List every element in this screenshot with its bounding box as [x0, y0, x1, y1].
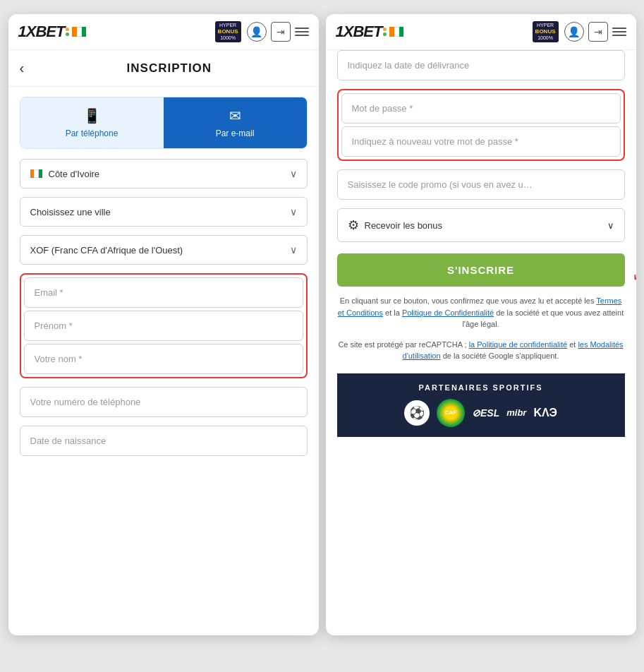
tab-email-label: Par e-mail — [216, 128, 255, 138]
recaptcha-privacy-link[interactable]: la Politique de confidentialité — [469, 340, 567, 349]
page-title: INSCRIPTION — [31, 61, 307, 76]
tab-phone[interactable]: 📱 Par téléphone — [20, 97, 164, 148]
currency-dropdown[interactable]: XOF (Franc CFA d'Afrique de l'Ouest) ∨ — [20, 235, 308, 265]
logo-left: 1XBET — [18, 23, 87, 41]
privacy-link[interactable]: Politique de Confidentialité — [402, 308, 494, 317]
partner-ball-icon: ⚽ — [404, 400, 430, 426]
hyper-bonus-badge-left: HYPERBONUS1000% — [215, 21, 241, 42]
bonus-label: Recevoir les bonus — [365, 220, 443, 231]
city-dropdown[interactable]: Choisissez une ville ∨ — [20, 197, 308, 227]
left-panel: 1XBET HYPERBONUS1000% 👤 ⇥ — [8, 14, 319, 635]
phone-field[interactable] — [20, 387, 308, 417]
hyper-bonus-badge-right: HYPERBONUS1000% — [533, 21, 559, 42]
mibr-logo: mibr — [506, 407, 526, 418]
password-field[interactable] — [341, 93, 621, 124]
back-button[interactable]: ‹ — [20, 60, 25, 76]
kb-logo: KΛЭ — [533, 407, 557, 419]
promo-placeholder: Saisissez le code promo (si vous en avez… — [348, 179, 533, 190]
logo-dots-right — [383, 28, 387, 36]
esl-logo: ⊘ESL — [472, 407, 499, 419]
prenom-field[interactable] — [24, 311, 303, 341]
bonus-chevron: ∨ — [607, 220, 614, 231]
date-delivrance-field[interactable]: Indiquez la date de délivrance — [337, 50, 625, 80]
promo-field[interactable]: Saisissez le code promo (si vous en avez… — [337, 169, 625, 200]
tab-phone-label: Par téléphone — [66, 128, 119, 138]
right-form-body: Indiquez la date de délivrance Saisissez… — [326, 50, 636, 448]
right-header: 1XBET HYPERBONUS1000% 👤 ⇥ — [326, 14, 636, 50]
recaptcha-text: Ce site est protégé par reCAPTCHA ; la P… — [337, 339, 625, 362]
legal-and: et la — [385, 308, 400, 317]
partners-title: PARTENAIRES SPORTIFS — [347, 383, 615, 392]
login-icon-right[interactable]: ⇥ — [588, 22, 608, 42]
dot-green-right — [383, 32, 387, 36]
recaptcha-suffix: de la société Google s'appliquent. — [443, 352, 559, 360]
partners-logos: ⚽ CAF ⊘ESL mibr KΛЭ — [347, 399, 615, 427]
logo-text: 1XBET — [18, 23, 65, 41]
country-label: Côte d'Ivoire — [49, 169, 100, 179]
user-icon-left[interactable]: 👤 — [247, 22, 267, 42]
login-icon-left[interactable]: ⇥ — [271, 22, 291, 42]
dot-orange-right — [383, 28, 387, 31]
menu-icon-left[interactable] — [295, 28, 309, 36]
arrow-indicator: ↙ — [632, 265, 636, 284]
nom-field[interactable] — [24, 344, 303, 374]
user-icon-right[interactable]: 👤 — [564, 22, 584, 42]
legal-text-part1: En cliquant sur ce bouton, vous confirme… — [340, 296, 595, 305]
password-group — [337, 89, 625, 161]
flag-ivory-coast — [72, 27, 86, 37]
date-delivrance-placeholder: Indiquez la date de délivrance — [348, 60, 470, 71]
register-btn-container: S'INSCRIRE ↙ — [337, 253, 625, 295]
phone-tab-icon: 📱 — [83, 107, 101, 124]
email-field[interactable] — [24, 277, 303, 308]
menu-icon-right[interactable] — [612, 28, 626, 36]
confirm-password-field[interactable] — [341, 126, 621, 157]
currency-chevron: ∨ — [290, 244, 297, 256]
city-chevron: ∨ — [290, 206, 297, 217]
dob-field[interactable] — [20, 426, 308, 456]
logo-text-right: 1XBET — [336, 23, 382, 41]
recaptcha-intro: Ce site est protégé par reCAPTCHA ; — [338, 340, 466, 349]
tab-email[interactable]: ✉ Par e-mail — [164, 97, 307, 148]
header-icons-right: 👤 ⇥ — [564, 22, 626, 42]
recaptcha-and: et — [569, 340, 576, 349]
registration-tabs: 📱 Par téléphone ✉ Par e-mail — [20, 97, 308, 149]
registration-header: ‹ INSCRIPTION — [8, 50, 319, 87]
logo-right: 1XBET — [336, 23, 404, 41]
legal-text: En cliquant sur ce bouton, vous confirme… — [337, 295, 625, 330]
country-flag — [30, 169, 43, 178]
country-dropdown[interactable]: Côte d'Ivoire ∨ — [20, 159, 308, 188]
bonus-dropdown[interactable]: ⚙ Recevoir les bonus ∨ — [337, 208, 625, 242]
left-header: 1XBET HYPERBONUS1000% 👤 ⇥ — [8, 14, 319, 50]
caf-logo: CAF — [437, 399, 465, 427]
personal-info-group — [20, 273, 308, 378]
bonus-icon: ⚙ — [348, 217, 359, 233]
country-chevron: ∨ — [290, 168, 297, 179]
email-tab-icon: ✉ — [229, 107, 241, 124]
dot-orange — [66, 28, 69, 31]
right-panel: 1XBET HYPERBONUS1000% 👤 ⇥ — [326, 14, 636, 635]
city-placeholder: Choisissez une ville — [30, 207, 111, 217]
register-button[interactable]: S'INSCRIRE — [337, 253, 625, 287]
left-form-body: Côte d'Ivoire ∨ Choisissez une ville ∨ X… — [8, 159, 319, 464]
logo-dots — [66, 28, 69, 36]
header-icons-left: 👤 ⇥ — [247, 22, 309, 42]
dot-green — [66, 32, 69, 36]
partners-section: PARTENAIRES SPORTIFS ⚽ CAF ⊘ESL mibr KΛЭ — [337, 373, 625, 437]
flag-right — [389, 27, 403, 37]
currency-placeholder: XOF (Franc CFA d'Afrique de l'Ouest) — [30, 245, 183, 256]
